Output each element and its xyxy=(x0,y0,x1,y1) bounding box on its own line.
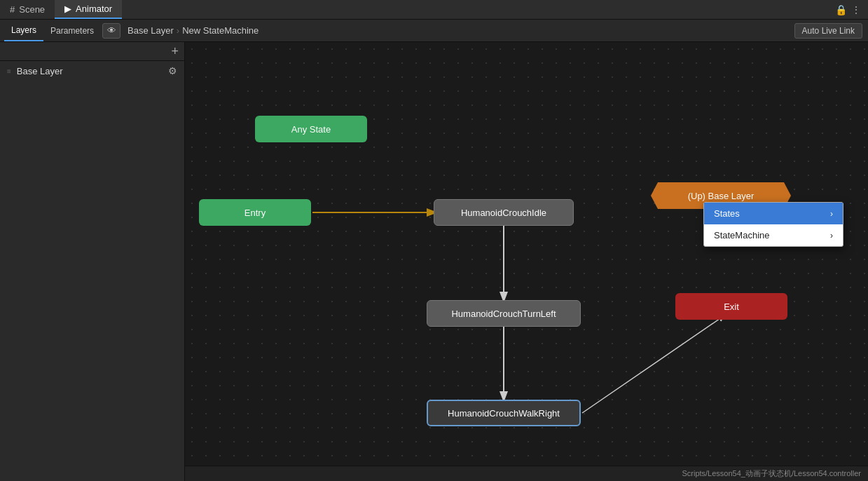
status-bar: Scripts/Lesson54_动画子状态机/Lesson54.control… xyxy=(185,466,868,481)
eye-icon: 👁 xyxy=(107,25,116,36)
context-statemachine-label: StateMachine xyxy=(714,230,770,240)
animator-icon: ▶ xyxy=(64,4,71,14)
sidebar-base-layer-label: Base Layer xyxy=(17,66,164,76)
status-path: Scripts/Lesson54_动画子状态机/Lesson54.control… xyxy=(682,468,861,479)
parameters-tab[interactable]: Parameters xyxy=(43,20,101,41)
topbar-icons: 🔒 ⋮ xyxy=(835,4,868,15)
context-statemachine-arrow: › xyxy=(830,231,833,240)
scene-tab[interactable]: # Scene xyxy=(0,0,55,19)
entry-node[interactable]: Entry xyxy=(199,199,311,226)
second-bar: Layers Parameters 👁 Base Layer › New Sta… xyxy=(0,20,868,42)
canvas-area[interactable]: Any State Entry HumanoidCrouchIdle Human… xyxy=(185,42,868,481)
add-layer-button[interactable]: + xyxy=(171,45,179,57)
layers-tab[interactable]: Layers xyxy=(4,20,43,41)
context-menu: States › StateMachine › xyxy=(703,202,843,247)
main-layout: + ≡ Base Layer ⚙ xyxy=(0,42,868,481)
eye-button[interactable]: 👁 xyxy=(102,23,120,39)
exit-node[interactable]: Exit xyxy=(675,293,787,320)
breadcrumb: Base Layer › New StateMachine xyxy=(120,25,259,36)
lock-icon[interactable]: 🔒 xyxy=(835,4,847,15)
sidebar: + ≡ Base Layer ⚙ xyxy=(0,42,185,481)
humanoid-crouch-walkright-node[interactable]: HumanoidCrouchWalkRight xyxy=(427,400,581,426)
gear-button[interactable]: ⚙ xyxy=(168,65,177,76)
breadcrumb-child[interactable]: New StateMachine xyxy=(182,25,259,36)
breadcrumb-separator: › xyxy=(177,25,179,36)
sidebar-add-row: + xyxy=(0,42,184,61)
context-states-arrow: › xyxy=(830,209,833,219)
breadcrumb-root[interactable]: Base Layer xyxy=(128,25,174,36)
context-statemachine-item[interactable]: StateMachine › xyxy=(704,224,843,246)
drag-handle-icon: ≡ xyxy=(7,67,11,75)
svg-line-3 xyxy=(582,316,724,413)
sidebar-item-base-layer[interactable]: ≡ Base Layer ⚙ xyxy=(0,61,184,81)
humanoid-crouch-turnleft-node[interactable]: HumanoidCrouchTurnLeft xyxy=(427,300,581,327)
context-states-label: States xyxy=(714,208,740,219)
humanoid-crouch-idle-node[interactable]: HumanoidCrouchIdle xyxy=(434,199,574,226)
auto-live-button[interactable]: Auto Live Link xyxy=(794,23,862,39)
top-bar: # Scene ▶ Animator 🔒 ⋮ xyxy=(0,0,868,20)
animator-tab[interactable]: ▶ Animator xyxy=(55,0,122,19)
more-icon[interactable]: ⋮ xyxy=(851,4,861,15)
context-states-item[interactable]: States › xyxy=(704,203,843,224)
scene-grid-icon: # xyxy=(10,4,15,15)
any-state-node[interactable]: Any State xyxy=(255,116,367,142)
